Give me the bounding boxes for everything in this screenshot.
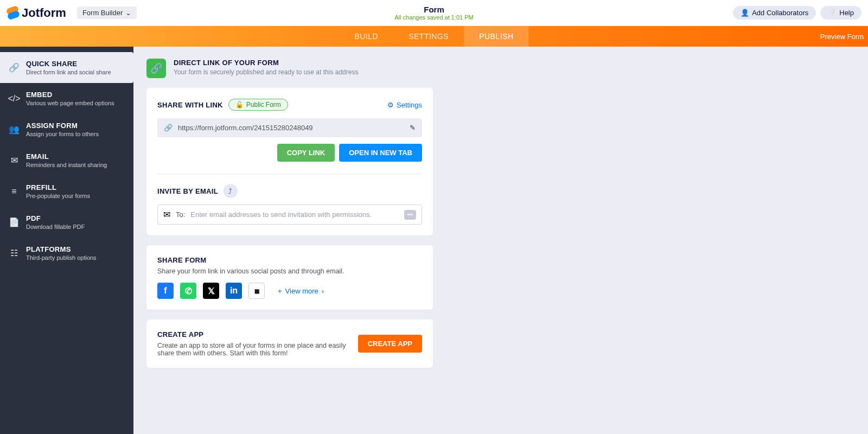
save-status: All changes saved at 1:01 PM [394,14,474,21]
person-icon: 👤 [741,9,749,17]
help-button[interactable]: ❔ Help [820,6,861,20]
preview-form-link[interactable]: Preview Form [820,33,868,41]
help-icon: ❔ [828,9,837,17]
sidebar-item-sub: Reminders and instant sharing [26,162,107,168]
invite-email-input[interactable] [190,210,399,219]
sidebar-item-sub: Assign your forms to others [26,131,99,137]
sidebar-item-label: PLATFORMS [26,245,97,253]
tab-settings[interactable]: SETTINGS [393,26,464,47]
public-form-label: Public Form [246,101,281,108]
open-new-tab-button[interactable]: OPEN IN NEW TAB [339,144,422,162]
code-icon: </> [9,91,20,106]
gear-icon: ⚙ [387,101,394,109]
create-app-button[interactable]: CREATE APP [358,335,422,353]
sidebar-item-label: QUICK SHARE [26,60,111,68]
sidebar-item-label: EMAIL [26,152,107,161]
share-form-card: SHARE FORM Share your form link in vario… [146,245,433,310]
share-link-title: SHARE WITH LINK [157,101,223,109]
form-url: https://form.jotform.com/241515280248049 [178,124,404,132]
chevron-right-icon: › [322,287,324,295]
logo-icon [7,7,18,19]
share-form-title: SHARE FORM [157,256,422,264]
plus-icon: + [278,287,282,295]
top-bar: Jotform Form Builder ⌄ Form All changes … [0,0,868,26]
x-twitter-icon[interactable]: 𝕏 [203,283,219,299]
direct-link-sub: Your form is securely published and read… [174,68,358,76]
direct-link-header: 🔗 DIRECT LINK OF YOUR FORM Your form is … [146,59,433,78]
chevron-down-icon: ⌄ [125,9,131,17]
link-icon: 🔗 [164,124,173,132]
direct-link-title: DIRECT LINK OF YOUR FORM [174,59,358,67]
share-settings-link[interactable]: ⚙ Settings [387,101,422,109]
form-url-box[interactable]: 🔗 https://form.jotform.com/2415152802480… [157,118,422,137]
sidebar: 🔗 QUICK SHAREDirect form link and social… [0,47,133,434]
mail-icon: ✉ [163,209,170,220]
edit-url-icon[interactable]: ✎ [410,124,416,132]
sidebar-item-email[interactable]: ✉ EMAILReminders and instant sharing [0,145,133,176]
to-label: To: [176,210,185,219]
share-link-card: SHARE WITH LINK 🔓 Public Form ⚙ Settings… [146,88,433,235]
qr-code-icon[interactable]: ▦ [248,283,265,299]
people-icon: 👥 [9,122,20,137]
sidebar-item-label: EMBED [26,91,114,99]
lock-icon: 🔓 [235,101,244,108]
share-form-sub: Share your form link in various social p… [157,267,422,275]
upload-icon[interactable]: ⤴ [224,184,238,198]
sidebar-item-sub: Various web page embed options [26,100,114,106]
sidebar-item-platforms[interactable]: ☷ PLATFORMSThird-party publish options [0,238,133,269]
header-center: Form All changes saved at 1:01 PM [394,5,474,21]
prefill-icon: ≡ [9,183,20,199]
sidebar-item-sub: Download fillable PDF [26,224,85,230]
divider [157,174,422,174]
settings-label: Settings [397,101,422,109]
add-collaborators-button[interactable]: 👤 Add Collaborators [733,6,816,20]
create-app-title: CREATE APP [157,330,350,339]
view-more-link[interactable]: + View more › [278,287,324,295]
link-icon: 🔗 [9,60,20,75]
sidebar-item-label: PREFILL [26,183,90,192]
tabs-bar: BUILD SETTINGS PUBLISH Preview Form [0,26,868,47]
form-builder-label: Form Builder [82,9,123,17]
sidebar-item-sub: Direct form link and social share [26,69,111,75]
mail-icon: ✉ [9,152,20,168]
create-app-sub: Create an app to store all of your forms… [157,342,350,357]
brand-name: Jotform [22,6,66,20]
invite-email-title: INVITE BY EMAIL [157,187,218,195]
form-title[interactable]: Form [394,5,474,14]
sidebar-item-pdf[interactable]: 📄 PDFDownload fillable PDF [0,207,133,238]
facebook-icon[interactable]: f [157,283,174,299]
sidebar-item-assign[interactable]: 👥 ASSIGN FORMAssign your forms to others [0,114,133,145]
public-form-badge[interactable]: 🔓 Public Form [228,99,288,111]
logo[interactable]: Jotform [7,6,66,20]
form-builder-dropdown[interactable]: Form Builder ⌄ [77,7,137,19]
sidebar-item-prefill[interactable]: ≡ PREFILLPre-populate your forms [0,176,133,207]
whatsapp-icon[interactable]: ✆ [180,283,196,299]
copy-link-button[interactable]: COPY LINK [277,144,335,162]
sidebar-item-sub: Third-party publish options [26,254,97,261]
pdf-icon: 📄 [9,214,20,230]
more-options-button[interactable]: ••• [404,210,416,220]
invite-email-box[interactable]: ✉ To: ••• [157,205,422,225]
view-more-label: View more [285,287,318,295]
tab-build[interactable]: BUILD [339,26,393,47]
link-icon: 🔗 [146,59,166,78]
layers-icon: ☷ [9,245,20,261]
add-collaborators-label: Add Collaborators [752,9,808,17]
sidebar-item-label: PDF [26,214,85,222]
sidebar-item-sub: Pre-populate your forms [26,193,90,199]
sidebar-item-label: ASSIGN FORM [26,122,99,130]
sidebar-item-embed[interactable]: </> EMBEDVarious web page embed options [0,83,133,114]
create-app-card: CREATE APP Create an app to store all of… [146,320,433,368]
tab-publish[interactable]: PUBLISH [464,26,528,47]
linkedin-icon[interactable]: in [226,283,242,299]
help-label: Help [839,9,854,17]
sidebar-item-quick-share[interactable]: 🔗 QUICK SHAREDirect form link and social… [0,52,133,83]
main-content: 🔗 DIRECT LINK OF YOUR FORM Your form is … [133,47,868,434]
